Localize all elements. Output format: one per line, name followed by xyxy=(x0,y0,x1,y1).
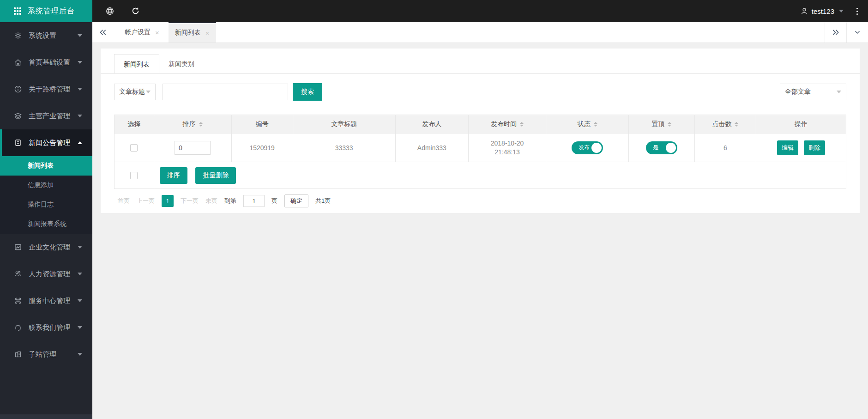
sidebar-subitem-info-add[interactable]: 信息添加 xyxy=(0,176,92,195)
col-top[interactable]: 置顶 xyxy=(629,115,695,134)
chevron-down-icon xyxy=(78,34,82,37)
file-icon xyxy=(14,139,22,147)
sidebar-item-label: 系统设置 xyxy=(29,31,78,40)
chevron-down-icon xyxy=(837,91,841,93)
sidebar-item-contact-management[interactable]: 联系我们管理 xyxy=(0,314,92,341)
tab-list-dropdown-icon[interactable] xyxy=(847,22,868,43)
sidebar-item-hr-management[interactable]: 人力资源管理 xyxy=(0,261,92,287)
col-status[interactable]: 状态 xyxy=(546,115,629,134)
chevron-down-icon xyxy=(78,299,82,302)
sidebar-item-label: 联系我们管理 xyxy=(29,323,78,332)
delete-button[interactable]: 删除 xyxy=(804,140,825,155)
sidebar-item-industry-management[interactable]: 主营产业管理 xyxy=(0,103,92,129)
headset-icon xyxy=(14,323,22,332)
scroll-tabs-right-icon[interactable] xyxy=(825,22,846,43)
col-clicks[interactable]: 点击数 xyxy=(694,115,756,134)
table-header-row: 选择 排序 编号 文章标题 发布人 发布时间 状态 置顶 点击数 操作 xyxy=(115,115,846,134)
sidebar-subitem-operation-log[interactable]: 操作日志 xyxy=(0,195,92,214)
gear-icon xyxy=(14,31,22,40)
sidebar-subitem-label: 新闻报表系统 xyxy=(28,220,66,228)
sidebar-item-culture-management[interactable]: 企业文化管理 xyxy=(0,234,92,261)
sidebar-item-news-management[interactable]: 新闻公告管理 xyxy=(0,129,92,156)
collapse-tabs-icon[interactable] xyxy=(92,22,114,43)
search-field-select[interactable]: 文章标题 xyxy=(114,84,156,100)
building-icon xyxy=(14,350,22,358)
top-toggle[interactable]: 是 xyxy=(646,141,677,154)
sidebar-item-homepage-settings[interactable]: 首页基础设置 xyxy=(0,49,92,76)
sidebar-subitem-news-list[interactable]: 新闻列表 xyxy=(0,156,92,176)
col-publish-time[interactable]: 发布时间 xyxy=(469,115,546,134)
page-last-link[interactable]: 未页 xyxy=(205,197,217,205)
toggle-knob xyxy=(591,143,602,153)
app-title: 系统管理后台 xyxy=(28,6,75,16)
news-table: 选择 排序 编号 文章标题 发布人 发布时间 状态 置顶 点击数 操作 xyxy=(114,115,846,213)
top-toggle-label: 是 xyxy=(653,144,658,152)
tab-account-settings[interactable]: 帐户设置 × xyxy=(118,22,166,43)
sidebar-footer-strip xyxy=(0,414,92,419)
sidebar-item-label: 人力资源管理 xyxy=(29,270,78,279)
tab-label: 新闻列表 xyxy=(175,29,201,37)
sidebar-item-label: 服务中心管理 xyxy=(29,297,78,305)
chevron-down-icon xyxy=(78,246,82,249)
search-field-value: 文章标题 xyxy=(119,88,145,96)
page-first-link[interactable]: 首页 xyxy=(118,197,130,205)
chevron-down-icon xyxy=(839,10,844,12)
col-title: 文章标题 xyxy=(293,115,395,134)
sidebar-item-system-settings[interactable]: 系统设置 xyxy=(0,22,92,49)
sort-icon[interactable] xyxy=(735,122,738,127)
row-sort-input[interactable] xyxy=(175,141,211,155)
grid-menu-icon xyxy=(14,7,21,15)
sidebar-item-label: 首页基础设置 xyxy=(29,58,78,67)
sidebar-item-about-management[interactable]: 关于路桥管理 xyxy=(0,76,92,103)
page-current[interactable]: 1 xyxy=(162,195,174,207)
kebab-menu-icon[interactable] xyxy=(855,5,860,17)
chevron-up-icon xyxy=(78,141,82,144)
row-checkbox[interactable] xyxy=(130,144,138,152)
tab-news-list-inner[interactable]: 新闻列表 xyxy=(114,54,159,73)
topbar: test123 xyxy=(92,0,868,22)
col-sort[interactable]: 排序 xyxy=(154,115,231,134)
tab-news-category[interactable]: 新闻类别 xyxy=(159,54,204,73)
bulk-sort-button[interactable]: 排序 xyxy=(160,167,187,184)
tab-news-list[interactable]: 新闻列表 × xyxy=(169,22,216,43)
news-list-card: 新闻列表 新闻类别 文章标题 搜索 全部文章 xyxy=(101,49,860,213)
bulk-action-row: 排序 批量删除 xyxy=(115,162,846,189)
sidebar-subitem-label: 操作日志 xyxy=(28,200,54,209)
user-menu[interactable]: test123 xyxy=(800,7,844,15)
sidebar-item-service-management[interactable]: 服务中心管理 xyxy=(0,287,92,314)
refresh-icon[interactable] xyxy=(131,6,140,16)
toggle-knob xyxy=(666,143,676,153)
sidebar-item-subsite-management[interactable]: 子站管理 xyxy=(0,341,92,368)
page-next-link[interactable]: 下一页 xyxy=(181,197,199,205)
close-icon[interactable]: × xyxy=(205,30,210,36)
sort-icon[interactable] xyxy=(594,122,597,127)
globe-icon[interactable] xyxy=(105,6,115,16)
search-button[interactable]: 搜索 xyxy=(293,83,322,101)
col-actions: 操作 xyxy=(756,115,846,134)
chevron-down-icon xyxy=(78,88,82,91)
sort-icon[interactable] xyxy=(520,122,524,127)
chevron-down-icon xyxy=(78,326,82,329)
goto-confirm-button[interactable]: 确定 xyxy=(284,194,308,207)
search-keyword-input[interactable] xyxy=(163,84,288,100)
goto-page-input[interactable] xyxy=(243,195,265,207)
status-toggle[interactable]: 发布 xyxy=(572,141,603,154)
tabbar-controls xyxy=(825,22,868,43)
filter-bar: 文章标题 搜索 全部文章 xyxy=(114,83,846,101)
category-select[interactable]: 全部文章 xyxy=(780,84,846,100)
page-prev-link[interactable]: 上一页 xyxy=(137,197,155,205)
edit-button[interactable]: 编辑 xyxy=(777,140,798,155)
bulk-delete-button[interactable]: 批量删除 xyxy=(195,167,236,184)
sidebar: 系统管理后台 系统设置 首页基础设置 xyxy=(0,0,92,419)
goto-prefix: 到第 xyxy=(224,197,236,205)
close-icon[interactable]: × xyxy=(155,29,159,36)
row-publisher: Admin333 xyxy=(395,134,468,162)
row-title: 33333 xyxy=(293,134,395,162)
sidebar-subitem-news-report[interactable]: 新闻报表系统 xyxy=(0,214,92,234)
page-total: 共1页 xyxy=(315,197,331,205)
sort-icon[interactable] xyxy=(199,122,203,127)
col-publisher: 发布人 xyxy=(395,115,468,134)
table-row: 1520919 33333 Admin333 2018-10-20 21:48:… xyxy=(115,134,846,162)
sort-icon[interactable] xyxy=(668,122,671,127)
select-all-checkbox[interactable] xyxy=(130,172,138,179)
